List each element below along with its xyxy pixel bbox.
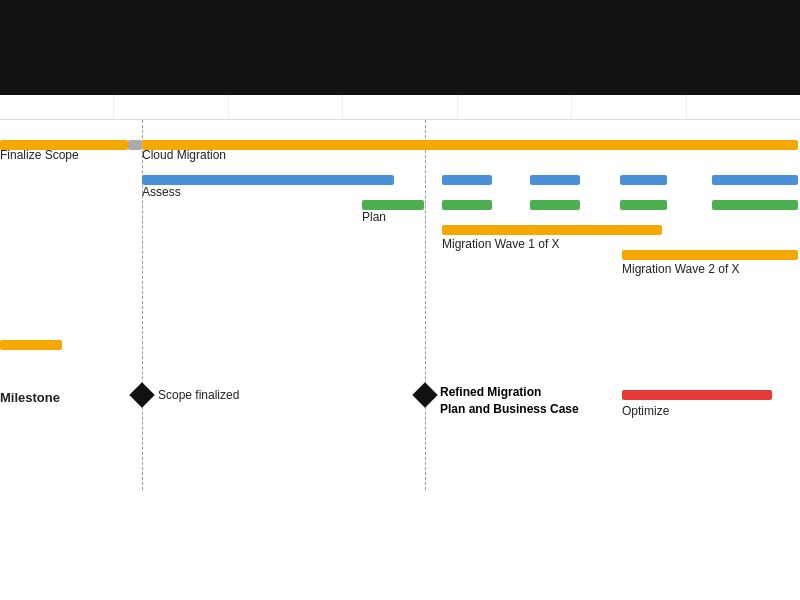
- assess-bar-0: [142, 175, 394, 185]
- refined-migration-label: Refined MigrationPlan and Business Case: [440, 384, 579, 418]
- plan-label: Plan: [362, 210, 386, 224]
- month-col-4: [343, 95, 457, 119]
- month-col-6: [572, 95, 686, 119]
- assess-bar-4: [712, 175, 798, 185]
- header-row: [0, 95, 800, 120]
- gap-bar: [128, 140, 142, 150]
- assess-bar-2: [530, 175, 580, 185]
- month-col-3: [229, 95, 343, 119]
- refined-migration-diamond: [412, 382, 437, 407]
- finalize-scope-label: Finalize Scope: [0, 148, 79, 162]
- dashed-line: [425, 120, 426, 490]
- plan-bar-3: [620, 200, 667, 210]
- small-yellow-bar: [0, 340, 62, 350]
- month-col-1: [0, 95, 114, 119]
- gantt-area: Finalize ScopeCloud MigrationAssessPlanM…: [0, 120, 800, 490]
- plan-bar-2: [530, 200, 580, 210]
- wave1-bar: [442, 225, 662, 235]
- scope-finalized-label: Scope finalized: [158, 388, 239, 402]
- milestone-section-label: Milestone: [0, 390, 60, 405]
- assess-bar-1: [442, 175, 492, 185]
- wave2-label: Migration Wave 2 of X: [622, 262, 740, 276]
- optimize-label: Optimize: [622, 404, 669, 418]
- plan-bar-0: [362, 200, 424, 210]
- assess-bar-3: [620, 175, 667, 185]
- cloud-migration-label: Cloud Migration: [142, 148, 226, 162]
- month-col-7: [687, 95, 800, 119]
- top-bar: [0, 0, 800, 95]
- month-col-2: [114, 95, 228, 119]
- plan-bar-1: [442, 200, 492, 210]
- optimize-bar: [622, 390, 772, 400]
- month-col-5: [458, 95, 572, 119]
- wave2-bar: [622, 250, 798, 260]
- scope-finalized-diamond: [129, 382, 154, 407]
- cloud-migration-bar: [142, 140, 798, 150]
- plan-bar-4: [712, 200, 798, 210]
- wave1-label: Migration Wave 1 of X: [442, 237, 560, 251]
- assess-label: Assess: [142, 185, 181, 199]
